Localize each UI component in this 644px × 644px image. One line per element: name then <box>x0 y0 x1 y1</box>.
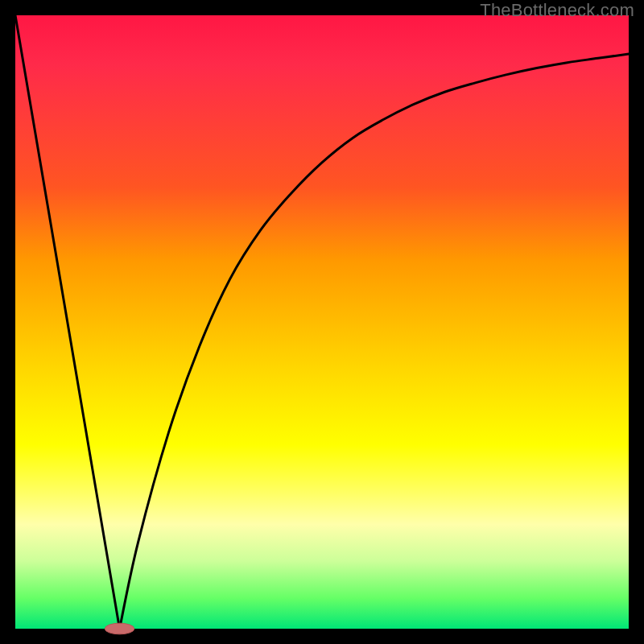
chart-svg <box>15 15 629 629</box>
series-left-line <box>15 15 120 629</box>
chart-frame: TheBottleneck.com <box>0 0 644 644</box>
minimum-marker <box>105 623 134 634</box>
watermark-text: TheBottleneck.com <box>480 0 634 21</box>
series-right-curve <box>120 54 629 629</box>
